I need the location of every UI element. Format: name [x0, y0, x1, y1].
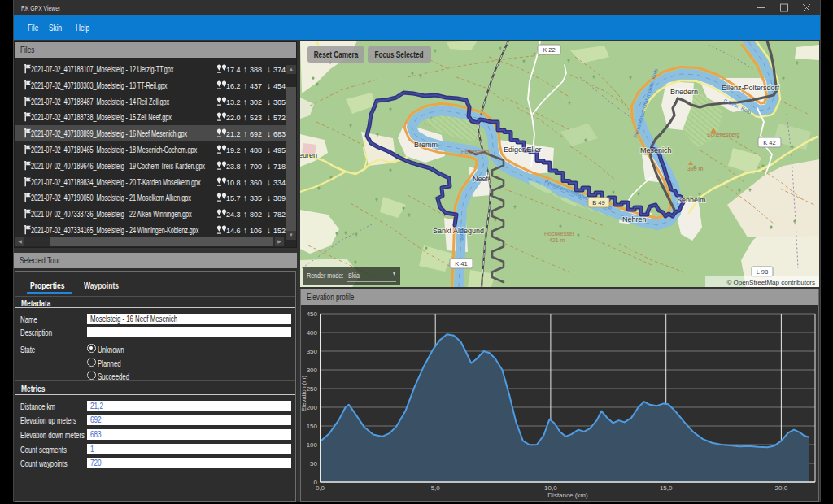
svg-text:450: 450 [307, 311, 318, 318]
svg-text:400: 400 [307, 329, 318, 337]
svg-text:© OpenStreetMap contributors: © OpenStreetMap contributors [726, 279, 815, 286]
svg-text:Elevation (m): Elevation (m) [301, 375, 307, 411]
svg-text:Ellenz-Poltersdorf: Ellenz-Poltersdorf [722, 84, 780, 92]
svg-text:Bremm: Bremm [414, 141, 438, 149]
svg-text:250: 250 [307, 385, 318, 393]
svg-text:421 m: 421 m [549, 237, 565, 243]
svg-text:Schellesberg: Schellesberg [707, 132, 740, 138]
svg-text:Petersberg: Petersberg [461, 149, 489, 155]
svg-text:L 98: L 98 [757, 268, 768, 276]
svg-text:B 49: B 49 [592, 199, 604, 206]
svg-text:K 42: K 42 [763, 139, 775, 146]
svg-text:Distance (km): Distance (km) [547, 492, 588, 499]
svg-text:Neef: Neef [473, 175, 489, 183]
svg-text:K 22: K 22 [543, 46, 555, 54]
svg-text:100: 100 [307, 441, 318, 449]
svg-text:399 m: 399 m [687, 166, 704, 172]
svg-text:20,0: 20,0 [775, 484, 788, 492]
svg-text:K 41: K 41 [455, 260, 467, 267]
svg-text:euren: euren [300, 151, 317, 159]
svg-text:150: 150 [307, 423, 318, 430]
svg-text:15,0: 15,0 [660, 484, 673, 492]
svg-text:Mesenich: Mesenich [640, 146, 672, 154]
svg-text:Nehren: Nehren [622, 215, 647, 224]
svg-text:300: 300 [307, 367, 318, 374]
svg-text:Hochkessel: Hochkessel [544, 231, 574, 237]
svg-text:5,0: 5,0 [431, 484, 441, 492]
svg-text:50: 50 [310, 460, 317, 467]
svg-text:Sankt Aldegund: Sankt Aldegund [433, 227, 484, 235]
svg-text:10,0: 10,0 [544, 484, 557, 492]
svg-text:200: 200 [307, 404, 318, 411]
svg-text:Senheim: Senheim [677, 196, 706, 204]
svg-text:0,0: 0,0 [316, 484, 325, 492]
svg-text:Ediger Eller: Ediger Eller [504, 146, 542, 154]
svg-text:350: 350 [307, 348, 318, 355]
svg-text:Briedern: Briedern [670, 88, 698, 96]
